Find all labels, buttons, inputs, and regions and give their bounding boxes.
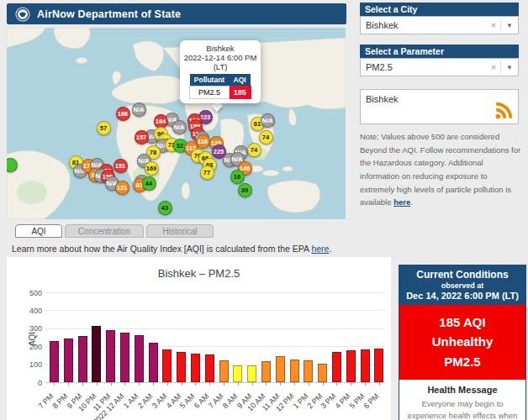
health-message-text: Everyone may begin to experience health …: [399, 398, 525, 420]
aqi-bar[interactable]: [92, 326, 101, 382]
y-tick-label: 200: [10, 343, 42, 351]
aqi-bar[interactable]: [374, 349, 383, 382]
tab-historical[interactable]: Historical: [146, 224, 214, 238]
x-tick: [68, 382, 69, 386]
x-tick: [195, 382, 196, 386]
aqi-bar[interactable]: [290, 360, 299, 382]
learn-more-suffix: .: [329, 244, 331, 254]
aqi-marker[interactable]: 121: [115, 181, 129, 195]
parameter-select[interactable]: PM2.5 × ▼: [360, 58, 519, 76]
aqi-pollutant: PM2.5: [399, 352, 525, 371]
aqi-bar[interactable]: [261, 361, 271, 382]
clear-icon[interactable]: ×: [487, 20, 500, 30]
aqi-marker[interactable]: 74: [247, 143, 261, 157]
aqi-status-block: 185 AQI Unhealthy PM2.5: [399, 305, 525, 380]
x-tick: [54, 382, 55, 386]
clear-icon[interactable]: ×: [487, 62, 500, 72]
popup-pollutant-value: PM2.5: [190, 87, 229, 99]
chevron-down-icon[interactable]: ▼: [501, 22, 518, 29]
aqi-marker[interactable]: N/A: [132, 102, 146, 117]
x-tick: [224, 382, 224, 386]
aqi-bar[interactable]: [318, 364, 327, 382]
x-tick: [82, 382, 83, 386]
us-state-seal-icon: [15, 7, 30, 22]
observed-at-label: observed at: [401, 281, 524, 290]
aqi-bar[interactable]: [304, 360, 313, 382]
aqi-bar[interactable]: [106, 330, 115, 382]
x-tick: [153, 382, 154, 386]
aqi-bar[interactable]: [149, 343, 158, 382]
aqi-chart: Bishkek – PM2.5 AQI 01002003004005007 PM…: [7, 257, 391, 420]
x-tick: [294, 382, 295, 386]
feed-box: Bishkek: [360, 89, 519, 124]
aqi-marker[interactable]: 74: [259, 130, 273, 144]
learn-more-here-link[interactable]: here: [311, 244, 329, 254]
x-tick: [336, 382, 337, 386]
airnow-page: AirNow Department of State: [0, 0, 528, 420]
aqi-bar[interactable]: [191, 354, 200, 382]
aqi-marker[interactable]: 16: [230, 170, 245, 184]
current-conditions-panel: Current Conditions observed at Dec 14, 2…: [399, 265, 526, 420]
x-tick: [379, 382, 380, 386]
popup-city: Bishkek: [182, 44, 258, 53]
aqi-marker[interactable]: N/A: [172, 120, 187, 134]
x-tick: [139, 382, 140, 386]
aqi-bar[interactable]: [205, 354, 214, 382]
city-select[interactable]: Bishkek × ▼: [360, 16, 519, 34]
tab-aqi[interactable]: AQI: [15, 224, 62, 238]
aqi-marker[interactable]: 44: [142, 176, 156, 191]
aqi-bar[interactable]: [177, 352, 186, 382]
select-parameter-header: Select a Parameter: [360, 45, 519, 58]
aqi-marker[interactable]: 43: [158, 201, 172, 215]
aqi-bar[interactable]: [135, 335, 144, 382]
aqi-category: Unhealthy: [399, 332, 525, 351]
current-conditions-title: Current Conditions: [401, 269, 524, 281]
aqi-marker[interactable]: N/A: [261, 113, 275, 128]
y-tick-label: 100: [10, 360, 42, 369]
aqi-marker[interactable]: 157: [135, 130, 149, 144]
aqi-bar[interactable]: [346, 350, 356, 382]
x-tick: [252, 382, 253, 386]
observed-datetime: Dec 14, 2022 6:00 PM (LT): [401, 291, 524, 301]
x-tick: [209, 382, 210, 386]
aqi-marker[interactable]: 151: [114, 159, 128, 173]
x-tick: [351, 382, 351, 386]
y-tick-label: 400: [10, 307, 42, 315]
x-tick: [280, 382, 281, 386]
aqi-bar[interactable]: [219, 360, 229, 382]
aqi-marker[interactable]: [7, 158, 18, 172]
note-text: Note: Values above 500 are considered Be…: [360, 132, 520, 207]
x-tick: [97, 382, 98, 386]
tab-concentration[interactable]: Concentration: [65, 224, 144, 238]
popup-aqi-header: AQI: [229, 74, 251, 87]
map[interactable]: 166N/A57N/A184N/A223102188N/A15790154N/A…: [7, 28, 346, 219]
aqi-bar[interactable]: [361, 349, 370, 382]
learn-more-text: Learn more about how the Air Quality Ind…: [12, 244, 331, 254]
aqi-bar[interactable]: [50, 341, 59, 382]
rss-icon[interactable]: [494, 99, 515, 121]
popup-timezone: (LT): [182, 62, 258, 71]
note-suffix: .: [410, 197, 413, 207]
aqi-bar[interactable]: [247, 365, 256, 382]
aqi-bar[interactable]: [276, 356, 285, 382]
aqi-marker[interactable]: 166: [116, 107, 130, 121]
aqi-bar[interactable]: [64, 339, 73, 382]
aqi-bar[interactable]: [78, 336, 87, 382]
app-header: AirNow Department of State: [7, 3, 346, 24]
x-tick: [111, 382, 112, 386]
select-city-header: Select a City: [360, 3, 519, 16]
aqi-marker[interactable]: 57: [97, 121, 111, 135]
aqi-marker[interactable]: 39: [238, 183, 252, 197]
aqi-marker[interactable]: 169: [145, 161, 159, 176]
aqi-marker[interactable]: 77: [200, 165, 214, 180]
aqi-bar[interactable]: [332, 352, 341, 382]
aqi-bar[interactable]: [233, 365, 242, 382]
chevron-down-icon[interactable]: ▼: [501, 64, 518, 71]
sidebar-note: Note: Values above 500 are considered Be…: [360, 130, 523, 209]
aqi-bar[interactable]: [162, 349, 172, 382]
aqi-bar[interactable]: [120, 333, 129, 382]
note-here-link[interactable]: here: [393, 197, 410, 207]
aqi-marker[interactable]: 184: [154, 114, 168, 129]
x-tick: [167, 382, 168, 386]
x-tick: [124, 382, 125, 386]
